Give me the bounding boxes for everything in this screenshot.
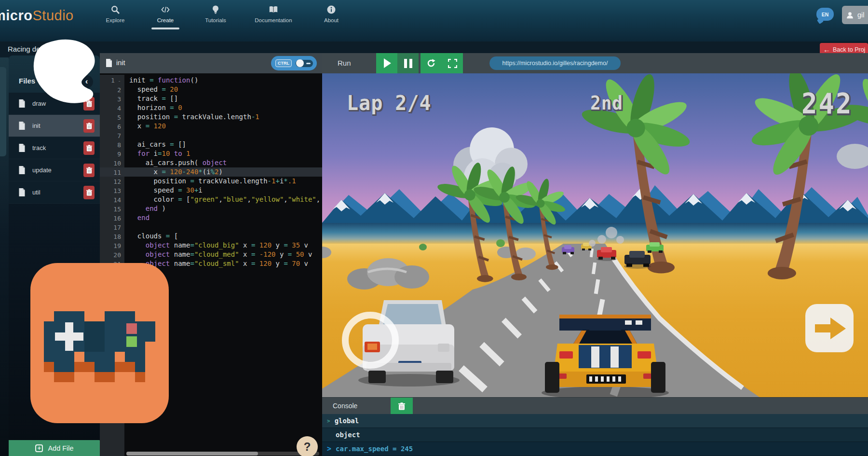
- code-lines: init = function() speed = 20 track = [] …: [129, 76, 320, 268]
- console-header: Console: [322, 397, 868, 414]
- fullscreen-icon: [448, 59, 457, 68]
- document-icon: [106, 58, 112, 68]
- console-row-1: object: [322, 428, 868, 442]
- code-line-3: track = []: [129, 94, 320, 103]
- delete-file-button[interactable]: [83, 164, 95, 177]
- code-line-9: for i=10 to 1: [129, 149, 320, 158]
- racing-game-scene: [322, 73, 868, 397]
- hud-lap: Lap 2/4: [347, 91, 432, 115]
- code-line-1: init = function(): [129, 76, 320, 85]
- user-menu-button[interactable]: gil: [842, 6, 868, 24]
- code-line-16: end: [129, 213, 320, 222]
- file-list: drawinittrackupdateutil: [9, 93, 100, 204]
- steer-right-button[interactable]: [805, 304, 854, 352]
- file-name: util: [32, 189, 41, 196]
- code-line-2: speed = 20: [129, 85, 320, 94]
- book-icon: [269, 5, 278, 14]
- console-output[interactable]: >globalobject>car.max_speed = 245: [322, 414, 868, 456]
- hud-speed: 242: [801, 87, 853, 120]
- game-viewport[interactable]: Lap 2/4 2nd 242: [322, 73, 868, 397]
- nav-item-documentation[interactable]: Documentation: [248, 5, 298, 23]
- nav-item-about[interactable]: About: [314, 5, 349, 23]
- panel-handle[interactable]: [0, 67, 6, 156]
- fullscreen-button[interactable]: [442, 53, 463, 73]
- line-numbers: 1 -23456789101112131415161718192021: [100, 76, 121, 269]
- nav-label: Tutorials: [205, 17, 226, 23]
- run-label: Run: [338, 59, 351, 67]
- code-line-7: [129, 131, 320, 140]
- delete-file-button[interactable]: [83, 141, 95, 155]
- prompt-chevron-icon: >: [327, 418, 330, 424]
- file-name: track: [32, 144, 46, 152]
- nav-label: Create: [157, 17, 174, 23]
- reload-button[interactable]: [420, 53, 442, 73]
- language-badge[interactable]: EN: [816, 8, 834, 21]
- back-label: Back to Proj: [833, 46, 865, 53]
- play-icon: [384, 58, 391, 68]
- code-line-18: clouds = [: [129, 232, 320, 241]
- cursor-blob: [30, 38, 102, 108]
- top-navbar: microStudio ExploreCreateTutorialsDocume…: [0, 0, 868, 41]
- code-line-13: speed = 30+i: [129, 186, 320, 195]
- run-toolbar: Run https://microstudio.io/gilles/racing…: [322, 53, 868, 73]
- project-game-icon: [30, 263, 169, 423]
- app-logo[interactable]: microStudio: [0, 8, 74, 24]
- code-line-5: position = trackValue.length-1: [129, 112, 320, 122]
- nav-items: ExploreCreateTutorialsDocumentationAbout: [98, 5, 349, 23]
- user-name: gil: [857, 11, 865, 19]
- delete-file-button[interactable]: [83, 119, 95, 133]
- nav-item-create[interactable]: Create: [148, 5, 183, 23]
- code-line-4: horizon = 0: [129, 103, 320, 112]
- code-line-11: x = 120-240*(i%2): [129, 167, 320, 177]
- code-line-8: ai_cars = []: [129, 140, 320, 149]
- play-button[interactable]: [376, 53, 397, 73]
- nav-label: Explore: [106, 17, 125, 23]
- trash-icon: [398, 402, 405, 410]
- console-row-0: >global: [322, 414, 868, 428]
- console-panel: Console >globalobject>car.max_speed = 24…: [322, 397, 868, 456]
- add-file-label: Add File: [48, 444, 73, 452]
- file-item-track[interactable]: track: [9, 137, 100, 159]
- clear-console-button[interactable]: [391, 398, 413, 415]
- info-icon: [326, 5, 336, 14]
- pause-button[interactable]: [397, 53, 419, 73]
- editor-hscroll-track[interactable]: [126, 452, 319, 456]
- code-line-6: x = 120: [129, 122, 320, 131]
- console-title: Console: [333, 402, 357, 410]
- nav-item-explore[interactable]: Explore: [98, 5, 133, 23]
- file-item-util[interactable]: util: [9, 181, 100, 204]
- code-line-15: end ): [129, 204, 320, 213]
- file-item-update[interactable]: update: [9, 159, 100, 181]
- add-file-button[interactable]: + Add File: [9, 440, 100, 456]
- code-line-12: position = trackValue.length-1+i*.1: [129, 177, 320, 186]
- plus-icon: +: [35, 444, 43, 452]
- logo-bold: micro: [0, 8, 32, 23]
- ctrl-label: CTRL: [275, 59, 292, 67]
- editor-tab-label[interactable]: init: [116, 59, 125, 67]
- file-name: init: [32, 122, 41, 129]
- console-row-2: >car.max_speed = 245: [322, 442, 868, 456]
- logo-accent: Studio: [32, 8, 73, 23]
- nav-item-tutorials[interactable]: Tutorials: [198, 5, 233, 23]
- delete-file-button[interactable]: [83, 186, 95, 199]
- file-item-init[interactable]: init: [9, 115, 100, 137]
- reload-icon: [426, 58, 436, 68]
- toggle-switch[interactable]: [296, 60, 313, 67]
- game-url[interactable]: https://microstudio.io/gilles/racingdemo…: [489, 56, 621, 70]
- microstudio-app: microStudio ExploreCreateTutorialsDocume…: [0, 0, 868, 456]
- code-icon: [161, 5, 170, 14]
- user-icon: [846, 11, 854, 19]
- code-line-19: object name="cloud_big" x = 120 y = 35 v: [129, 241, 320, 250]
- editor-hscroll-thumb[interactable]: [126, 452, 258, 456]
- code-line-14: color = ["green","blue","yellow","white"…: [129, 195, 320, 204]
- nav-label: Documentation: [255, 17, 292, 23]
- bulb-icon: [211, 5, 220, 14]
- code-line-10: ai_cars.push( object: [129, 158, 320, 167]
- file-name: update: [32, 166, 52, 174]
- hud-position: 2nd: [590, 92, 623, 113]
- search-icon: [110, 5, 120, 14]
- ctrl-toggle[interactable]: CTRL: [271, 56, 317, 70]
- sidebar-strip: [0, 57, 9, 456]
- help-button[interactable]: ?: [297, 436, 318, 456]
- prompt-chevron-icon: >: [327, 444, 331, 453]
